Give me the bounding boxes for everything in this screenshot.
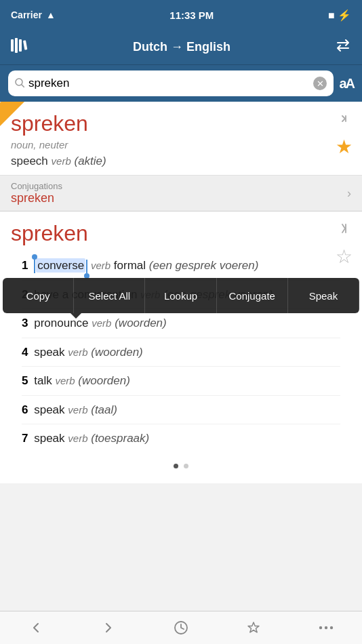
def-num-3: 3	[22, 317, 28, 329]
page-dot-2	[184, 464, 188, 468]
context-select-all-button[interactable]: Select All	[74, 278, 145, 313]
definition-item-6: 6 speak verb (taal)	[22, 396, 340, 425]
page-dot-1	[174, 464, 178, 468]
battery-icon: ■ ⚡	[328, 9, 351, 22]
context-speak-button[interactable]: Speak	[288, 278, 359, 313]
second-entry-word: spreken	[11, 221, 351, 246]
context-menu: Copy Select All Lookup Conjugate Speak	[3, 278, 359, 313]
tab-history-button[interactable]	[145, 611, 218, 644]
def-context-6: (taal)	[91, 403, 117, 416]
definition-item-1: 1 converse verb formal (een gesprek voer…	[22, 251, 340, 281]
status-right: ■ ⚡	[328, 9, 351, 22]
definition-item-4: 4 speak verb (woorden)	[22, 338, 340, 367]
context-lookup-button[interactable]: Lookup	[145, 278, 216, 313]
def-word-6: speak	[34, 403, 64, 416]
conjugations-label: Conjugations	[11, 181, 62, 191]
svg-rect-2	[19, 39, 22, 52]
svg-rect-1	[15, 38, 18, 53]
def-context-3: (woorden)	[115, 317, 167, 329]
tab-back-button[interactable]	[0, 611, 73, 644]
search-icon	[15, 78, 24, 89]
conjugations-word: spreken	[11, 191, 62, 205]
definition-item-3: 3 pronounce verb (woorden)	[22, 309, 340, 338]
def-num-5: 5	[22, 374, 28, 387]
wifi-icon: ▲	[46, 9, 56, 20]
def-qualifier-1: formal	[114, 259, 149, 272]
context-menu-arrow	[71, 313, 81, 319]
svg-point-9	[329, 626, 332, 629]
search-input-wrapper[interactable]: ✕	[8, 71, 334, 96]
nav-bar: Dutch → English	[0, 30, 362, 65]
def-pos-3: verb	[92, 317, 111, 329]
tab-bookmark-button[interactable]	[217, 611, 289, 644]
clear-button[interactable]: ✕	[313, 77, 327, 90]
conjugations-row[interactable]: Conjugations spreken ›	[0, 176, 362, 212]
status-time: 11:33 PM	[169, 9, 214, 21]
def-num-1: 1	[22, 259, 28, 272]
def-pos-4: verb	[68, 346, 87, 358]
definition-item-7: 7 speak verb (toespraak)	[22, 424, 340, 453]
svg-point-7	[319, 626, 321, 629]
selection-handle-right	[86, 260, 87, 273]
font-size-button[interactable]: aA	[339, 76, 354, 92]
def-pos-7: verb	[68, 432, 87, 444]
svg-line-5	[22, 85, 24, 87]
status-bar: Carrier ▲ 11:33 PM ■ ⚡	[0, 0, 362, 30]
def-pos-1: verb	[91, 260, 110, 271]
def-num-6: 6	[22, 403, 28, 416]
favorite-icon-filled[interactable]: ★	[336, 136, 353, 158]
status-left: Carrier ▲	[11, 9, 56, 20]
second-entry-block: spreken ☆ 1 converse verb formal (een ge…	[0, 212, 362, 483]
tab-more-button[interactable]	[289, 611, 362, 644]
svg-point-8	[324, 626, 327, 629]
content-area: spreken noun, neuter speech verb (aktie)…	[0, 102, 362, 611]
def-num-4: 4	[22, 346, 28, 359]
nav-title: Dutch → English	[133, 40, 230, 54]
first-entry-pos: noun, neuter	[11, 139, 351, 150]
def-word-1: converse	[36, 258, 85, 273]
def-num-7: 7	[22, 432, 28, 445]
carrier-label: Carrier	[11, 9, 42, 20]
def-context-7: (toespraak)	[91, 432, 149, 445]
tab-bar	[0, 611, 362, 644]
search-input[interactable]	[28, 77, 313, 90]
def-word-7: speak	[34, 432, 64, 445]
def-pos-6: verb	[68, 404, 87, 416]
collapse-icon-2[interactable]	[339, 222, 351, 238]
def-context-1: (een gesprek voeren)	[149, 259, 259, 272]
conjugations-chevron: ›	[347, 186, 351, 201]
context-copy-button[interactable]: Copy	[3, 278, 74, 313]
selection-handle-left	[34, 260, 35, 273]
definition-item-5: 5 talk verb (woorden)	[22, 367, 340, 396]
svg-rect-0	[11, 39, 14, 52]
swap-icon[interactable]	[335, 39, 351, 56]
svg-rect-3	[23, 40, 27, 49]
page-dots	[11, 458, 351, 474]
def-word-5: talk	[34, 374, 52, 387]
context-conjugate-button[interactable]: Conjugate	[217, 278, 288, 313]
def-word-4: speak	[34, 346, 64, 359]
tab-forward-button[interactable]	[73, 611, 145, 644]
first-entry-block: spreken noun, neuter speech verb (aktie)…	[0, 102, 362, 176]
def-context-4: (woorden)	[91, 346, 143, 359]
def-context-5: (woorden)	[78, 374, 130, 387]
def-pos-5: verb	[55, 375, 75, 386]
favorite-icon-empty[interactable]: ☆	[336, 245, 353, 268]
library-icon[interactable]	[11, 38, 28, 57]
search-bar: ✕ aA	[0, 65, 362, 102]
first-entry-def: speech verb (aktie)	[11, 155, 351, 168]
collapse-icon[interactable]	[339, 113, 351, 128]
first-entry-word: spreken	[11, 111, 351, 136]
